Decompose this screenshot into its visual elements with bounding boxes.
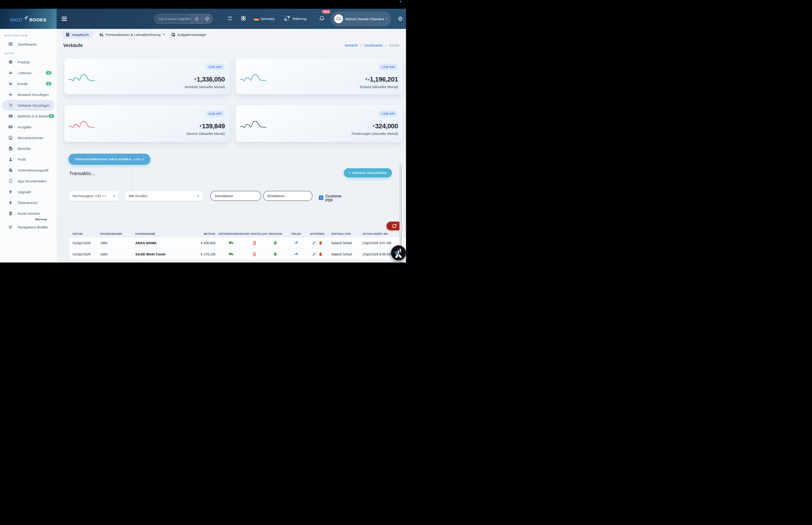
customers-icon — [9, 81, 13, 86]
kpi-label: Forderungen (Aktueller Monat) — [352, 132, 398, 136]
company-building-icon — [9, 168, 13, 172]
sidebar-item-kunde[interactable]: Kunde 2 — [0, 78, 57, 89]
share-icon[interactable] — [286, 252, 306, 256]
table-row[interactable]: 01/Apr/2026 1984 ANAS MAMA € 496,800 — [69, 237, 406, 249]
delete-trash-icon[interactable] — [319, 241, 322, 245]
brand-x-logo-icon — [23, 15, 29, 23]
sidebar-section-apps: APPS — [0, 49, 57, 57]
share-icon[interactable] — [286, 241, 306, 245]
edit-pencil-icon[interactable] — [312, 252, 316, 256]
caret-down-icon — [113, 195, 115, 197]
sidebar-item-app-herunterladen[interactable]: App herunterladen — [0, 176, 57, 186]
upgrade-arrow-icon — [9, 190, 13, 194]
page-title: Verkäufe — [63, 43, 83, 48]
kpi-label: Gewinn (Aktueller Monat) — [186, 132, 225, 136]
product-box-icon — [9, 60, 13, 64]
bargeld-badge: 4 — [48, 114, 54, 118]
plus-icon — [9, 92, 13, 96]
tab-hauptbuch[interactable]: Hauptbuch — [62, 31, 93, 39]
delete-trash-icon[interactable] — [319, 252, 322, 256]
user-menu[interactable]: Smart Fashion Mohsin Nawab Chandna — [331, 11, 391, 26]
sparkline-chart — [240, 120, 273, 130]
vertical-divider — [132, 168, 132, 192]
sidebar-item-navigations-builder[interactable]: Navigations-Builder — [0, 222, 57, 232]
table-header-row: DATUM RECHNUNGSNR. KUNDENNAME BETRAG LIE… — [69, 230, 406, 237]
kpi-value: €139,849 — [200, 122, 225, 130]
customer-select[interactable]: Alle Kunden — [125, 191, 203, 201]
brand-logo[interactable]: DIGIT BOOKS — [0, 9, 57, 29]
sidebar-item-bargeld-bank[interactable]: BARGELD & BANK 4 — [0, 111, 57, 121]
notifications-bell-icon[interactable] — [319, 15, 325, 22]
brand-x-logo-icon — [393, 247, 404, 258]
tab-personalwesen[interactable]: Personalwesen & Lohnabrechnung — [99, 33, 165, 37]
edit-pencil-icon[interactable] — [312, 241, 316, 245]
brand-right: BOOKS — [29, 17, 46, 22]
settings-gear-icon[interactable]: ⚙ — [398, 15, 403, 22]
sidebar-item-dashboards[interactable]: Dashboards — [0, 39, 57, 49]
custom-pdf-option: ✓ Custome PDF — [319, 191, 342, 203]
currency-exchange-icon[interactable]: $€ — [284, 15, 291, 23]
filters-row: Rechnungsnr. Ctrl + I Alle Kunden ✓ Cust… — [69, 191, 342, 203]
sidebar-item-verkaeufe-hinzufuegen[interactable]: Verkäufe hinzufügen — [2, 100, 55, 111]
kpi-card-gewinn: LIVE KPI €139,849 Gewinn (Aktueller Mona… — [64, 105, 229, 142]
currency-label[interactable]: Währung — [292, 17, 306, 21]
cash-bank-icon — [9, 114, 13, 118]
header: Ask AI across DigitXBo G — [57, 9, 406, 29]
sidebar-item-berichte[interactable]: Berichte — [0, 143, 57, 154]
sidebar-item-produkt[interactable]: Produkt — [0, 57, 57, 68]
custom-pdf-checkbox[interactable]: ✓ — [319, 196, 323, 200]
app-window: DIGIT BOOKS Ask AI across DigitXBo — [0, 9, 406, 262]
sidebar-item-lieferant[interactable]: Lieferant 2 — [0, 68, 57, 78]
invoice-number-select[interactable]: Rechnungsnr. Ctrl + I — [69, 191, 119, 201]
sidebar-item-benutzerzimmer[interactable]: Benutzerzimmer — [0, 132, 57, 143]
knowledge-box-icon[interactable] — [202, 14, 212, 24]
expense-icon: $ — [9, 125, 13, 129]
chevron-down-icon — [386, 18, 388, 20]
kpi-value: €324,000 — [373, 122, 398, 130]
sidebar-item-unternehmensprofil[interactable]: Unternehmensprofil — [0, 165, 57, 176]
kpi-card-einkauf: LIVE KPI €-1,196,201 Einkauf (Aktueller … — [236, 59, 402, 94]
compress-layout-icon[interactable] — [227, 15, 233, 22]
sidebar-item-tastenkurzel[interactable]: Tastenkurzel — [0, 197, 57, 208]
content-area: LIVE KPI €1,336,050 Verkäufe (Aktueller … — [57, 51, 406, 262]
delivery-note-truck-icon[interactable] — [218, 252, 244, 256]
sidebar-item-bestand-hinzufuegen[interactable]: Bestand hinzufügen — [0, 89, 57, 100]
ai-search-bar[interactable]: Ask AI across DigitXBo — [154, 14, 213, 24]
apps-grid-icon[interactable] — [241, 15, 246, 22]
germany-flag-icon[interactable] — [254, 17, 259, 20]
sidebar-item-konto-loschen[interactable]: Konto loschen — [0, 208, 57, 219]
table-row[interactable]: 01/Apr/2026 1983 SAJID BHAI Comb € 278,1… — [69, 249, 406, 260]
sparkline-chart — [68, 120, 101, 130]
sidebar-item-upgrade[interactable]: Upgrade — [0, 186, 57, 197]
start-date-input[interactable] — [210, 191, 261, 201]
transactions-title: Transaktio… — [69, 171, 127, 176]
delete-account-trash-icon — [9, 211, 13, 215]
user-circle-icon — [9, 136, 13, 140]
svg-text:$: $ — [10, 126, 11, 128]
breadcrumb-dashboards[interactable]: Dashboards — [364, 44, 383, 47]
page-title-row: Verkäufe Verkäufe Dashboards Details — [57, 40, 406, 51]
pdf-create-icon[interactable] — [244, 252, 265, 256]
breadcrumb-verkaeufe[interactable]: Verkäufe — [344, 44, 358, 47]
brand-floating-button[interactable] — [391, 245, 406, 260]
sales-overview-by-customers-button[interactable]: VERKAUFSÜBERSICHT NACH KUNDEN -->TO--> — [68, 154, 150, 165]
profile-icon — [9, 157, 13, 162]
body: NAVIGATION Dashboards APPS Produkt Liefe… — [0, 29, 406, 262]
sidebar-item-profil[interactable]: Profil — [0, 154, 57, 165]
print-icon[interactable] — [265, 252, 286, 256]
menu-toggle-button[interactable] — [62, 16, 67, 22]
pdf-create-icon[interactable] — [244, 241, 265, 245]
svg-text:€: € — [288, 16, 289, 18]
print-icon[interactable] — [265, 241, 286, 245]
delivery-note-truck-icon[interactable] — [218, 241, 244, 245]
kpi-label: Einkauf (Aktueller Monat) — [360, 85, 398, 89]
country-label[interactable]: Germany — [261, 17, 275, 21]
ai-robot-icon[interactable] — [191, 14, 202, 24]
sidebar-item-ausgabe[interactable]: $ Ausgabe — [0, 121, 57, 132]
tab-aufgabenmanager[interactable]: Aufgabenmanager — [171, 33, 206, 37]
add-sale-button[interactable]: + VERKAUF HINZUFÜGEN — [344, 168, 392, 177]
live-kpi-badge: LIVE KPI — [205, 64, 225, 70]
live-kpi-badge: LIVE KPI — [379, 64, 398, 70]
end-date-input[interactable] — [263, 191, 312, 201]
svg-text:$: $ — [285, 18, 286, 21]
